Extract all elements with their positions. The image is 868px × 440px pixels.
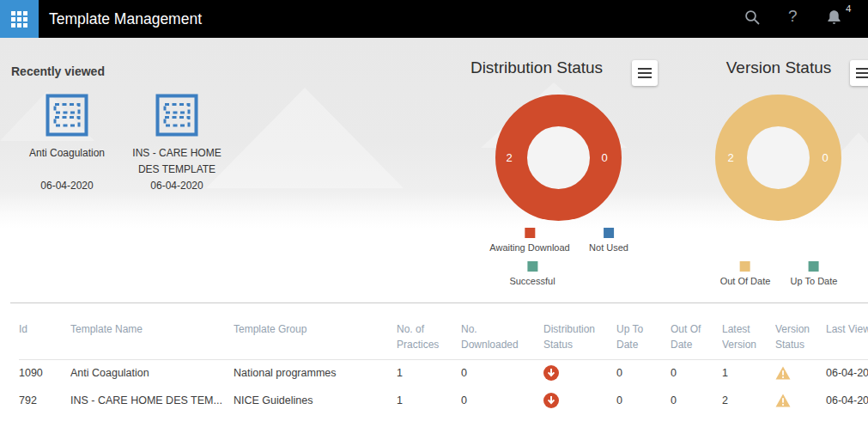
cell-last-viewed: 06-04-2020 [826, 387, 868, 414]
template-card-date: 06-04-2020 [7, 180, 127, 192]
cell-no-downloaded: 0 [461, 359, 543, 387]
legend-swatch [527, 261, 537, 272]
search-icon [744, 9, 761, 26]
column-header-latest-version[interactable]: Latest Version [722, 302, 775, 359]
legend-item: Out Of Date [720, 261, 771, 286]
cell-up-to-date: 0 [616, 359, 671, 387]
cell-distribution-status [543, 359, 616, 387]
template-icon [46, 94, 88, 137]
divider [10, 302, 868, 303]
cell-no-of-practices: 1 [397, 359, 461, 387]
legend-label: Out Of Date [720, 276, 771, 286]
template-card-name: INS - CARE HOME DES TEMPLATE [121, 145, 233, 177]
cell-template-group: NICE Guidelines [234, 387, 397, 414]
template-card-date: 06-04-2020 [121, 180, 233, 192]
cell-version-status [775, 359, 826, 387]
donut-value-label: 2 [727, 151, 733, 164]
legend-item: Successful [509, 261, 555, 286]
cell-no-downloaded: 0 [461, 387, 543, 414]
cell-out-of-date: 0 [671, 359, 722, 387]
recent-template-card[interactable]: INS - CARE HOME DES TEMPLATE 06-04-2020 [121, 94, 233, 192]
donut-value-label: 2 [506, 151, 512, 164]
help-icon: ? [788, 7, 798, 25]
template-management-app: Template Management ? 4 Recently viewed [0, 0, 868, 440]
hamburger-icon [638, 68, 652, 70]
cell-version-status [775, 387, 826, 414]
chart-menu-button[interactable] [632, 60, 658, 86]
cell-latest-version: 2 [722, 387, 775, 414]
cell-up-to-date: 0 [616, 387, 671, 414]
legend-label: Awaiting Download [489, 242, 569, 253]
column-header-no-downloaded[interactable]: No. Downloaded [461, 302, 543, 359]
column-header-template-name[interactable]: Template Name [70, 302, 234, 359]
column-header-no-of-practices[interactable]: No. of Practices [397, 302, 461, 359]
recent-template-card[interactable]: Anti Coagulation 06-04-2020 [7, 94, 127, 192]
donut-value-label: 0 [601, 151, 607, 164]
cell-distribution-status [543, 387, 616, 414]
page-title: Template Management [49, 10, 202, 28]
table-header-row: Id Template Name Template Group No. of P… [19, 302, 868, 359]
warning-icon [775, 366, 791, 380]
help-button[interactable]: ? [788, 8, 798, 24]
warning-icon [775, 394, 791, 407]
column-header-out-of-date[interactable]: Out Of Date [671, 302, 722, 359]
legend-swatch [740, 261, 750, 272]
cell-id: 1090 [19, 359, 70, 387]
donut-value-label: 0 [822, 151, 828, 164]
column-header-last-viewed[interactable]: Last Viewed [826, 302, 868, 359]
legend-swatch [525, 228, 535, 238]
version-status-chart-title: Version Status [726, 58, 832, 77]
grid-icon [11, 11, 27, 28]
legend-item: Awaiting Download [489, 228, 569, 253]
cell-template-name: INS - CARE HOME DES TEM... [70, 387, 234, 414]
app-launcher-button[interactable] [0, 0, 39, 38]
legend-label: Up To Date [791, 276, 838, 286]
column-header-distribution-status[interactable]: Distribution Status [543, 302, 616, 359]
legend-item: Up To Date [791, 261, 838, 286]
cell-latest-version: 1 [722, 359, 775, 387]
template-icon [155, 94, 198, 137]
download-icon [543, 365, 559, 381]
legend-label: Successful [509, 276, 555, 286]
column-header-version-status[interactable]: Version Status [775, 302, 826, 359]
cell-template-group: National programmes [234, 359, 397, 387]
distribution-status-chart-title: Distribution Status [470, 58, 603, 77]
templates-table: Id Template Name Template Group No. of P… [19, 302, 868, 414]
legend-swatch [604, 228, 614, 238]
app-header: Template Management ? 4 [0, 0, 868, 38]
templates-table-area: Id Template Name Template Group No. of P… [0, 302, 868, 440]
download-icon [543, 393, 559, 408]
cell-no-of-practices: 1 [397, 387, 461, 414]
dashboard-area: Recently viewed Anti Coagulation 06-04-2… [0, 38, 868, 302]
cell-id: 792 [19, 387, 70, 414]
table-row[interactable]: 792 INS - CARE HOME DES TEM... NICE Guid… [19, 387, 868, 414]
column-header-up-to-date[interactable]: Up To Date [616, 302, 671, 359]
legend-swatch [809, 261, 819, 272]
legend-label: Not Used [589, 242, 628, 253]
hamburger-icon [856, 68, 868, 70]
column-header-template-group[interactable]: Template Group [234, 302, 397, 359]
cell-last-viewed: 06-04-2020 [826, 359, 868, 387]
cell-template-name: Anti Coagulation [70, 359, 234, 387]
notifications-button[interactable] [825, 9, 843, 27]
notification-badge: 4 [846, 3, 851, 14]
legend-item: Not Used [589, 228, 628, 253]
cell-out-of-date: 0 [671, 387, 722, 414]
template-card-name: Anti Coagulation [7, 145, 127, 177]
search-button[interactable] [744, 9, 761, 26]
column-header-id[interactable]: Id [19, 302, 70, 359]
recently-viewed-heading: Recently viewed [11, 64, 105, 78]
chart-menu-button[interactable] [850, 60, 868, 86]
bell-icon [825, 9, 843, 27]
table-row[interactable]: 1090 Anti Coagulation National programme… [19, 359, 868, 387]
